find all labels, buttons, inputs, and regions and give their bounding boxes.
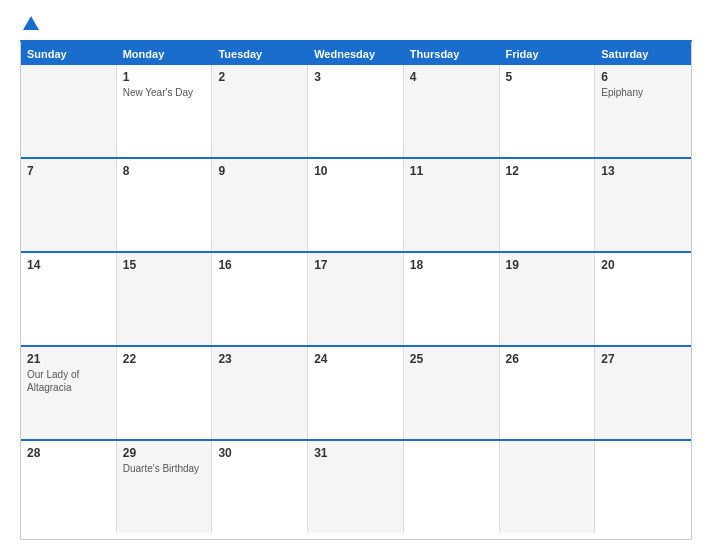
calendar-cell [404, 441, 500, 533]
calendar-cell: 10 [308, 159, 404, 251]
calendar-cell: 11 [404, 159, 500, 251]
calendar-cell: 27 [595, 347, 691, 439]
day-number: 6 [601, 70, 685, 84]
calendar-cell: 8 [117, 159, 213, 251]
day-number: 7 [27, 164, 110, 178]
calendar-header-row: SundayMondayTuesdayWednesdayThursdayFrid… [21, 43, 691, 65]
holiday-label: New Year's Day [123, 87, 193, 98]
calendar-week-row: 1New Year's Day23456Epiphany [21, 65, 691, 159]
day-number: 10 [314, 164, 397, 178]
calendar-cell: 24 [308, 347, 404, 439]
calendar-cell: 14 [21, 253, 117, 345]
calendar-cell: 31 [308, 441, 404, 533]
day-number: 4 [410, 70, 493, 84]
day-number: 26 [506, 352, 589, 366]
day-number: 8 [123, 164, 206, 178]
day-number: 15 [123, 258, 206, 272]
calendar-cell: 23 [212, 347, 308, 439]
calendar-header-cell: Saturday [595, 43, 691, 65]
day-number: 20 [601, 258, 685, 272]
calendar-cell: 26 [500, 347, 596, 439]
day-number: 29 [123, 446, 206, 460]
calendar-cell: 13 [595, 159, 691, 251]
calendar-cell: 6Epiphany [595, 65, 691, 157]
calendar: SundayMondayTuesdayWednesdayThursdayFrid… [20, 40, 692, 540]
calendar-cell: 18 [404, 253, 500, 345]
calendar-header-cell: Thursday [404, 43, 500, 65]
calendar-cell: 20 [595, 253, 691, 345]
day-number: 24 [314, 352, 397, 366]
calendar-cell: 21Our Lady of Altagracia [21, 347, 117, 439]
calendar-cell: 17 [308, 253, 404, 345]
calendar-cell: 5 [500, 65, 596, 157]
calendar-cell [21, 65, 117, 157]
holiday-label: Our Lady of Altagracia [27, 369, 79, 393]
day-number: 3 [314, 70, 397, 84]
logo-triangle-icon [23, 16, 39, 30]
calendar-cell: 9 [212, 159, 308, 251]
day-number: 1 [123, 70, 206, 84]
calendar-cell: 15 [117, 253, 213, 345]
day-number: 2 [218, 70, 301, 84]
day-number: 16 [218, 258, 301, 272]
calendar-cell: 22 [117, 347, 213, 439]
day-number: 9 [218, 164, 301, 178]
day-number: 14 [27, 258, 110, 272]
calendar-header-cell: Friday [500, 43, 596, 65]
calendar-cell [500, 441, 596, 533]
calendar-cell: 19 [500, 253, 596, 345]
header [20, 18, 692, 30]
calendar-week-row: 14151617181920 [21, 253, 691, 347]
calendar-header-cell: Monday [117, 43, 213, 65]
calendar-body: 1New Year's Day23456Epiphany789101112131… [21, 65, 691, 533]
calendar-cell: 2 [212, 65, 308, 157]
day-number: 31 [314, 446, 397, 460]
calendar-cell: 28 [21, 441, 117, 533]
calendar-cell: 1New Year's Day [117, 65, 213, 157]
calendar-week-row: 2829Duarte's Birthday3031 [21, 441, 691, 533]
logo [20, 18, 39, 30]
day-number: 13 [601, 164, 685, 178]
calendar-cell: 12 [500, 159, 596, 251]
calendar-week-row: 21Our Lady of Altagracia222324252627 [21, 347, 691, 441]
calendar-week-row: 78910111213 [21, 159, 691, 253]
calendar-cell: 25 [404, 347, 500, 439]
day-number: 23 [218, 352, 301, 366]
day-number: 21 [27, 352, 110, 366]
calendar-cell: 7 [21, 159, 117, 251]
day-number: 28 [27, 446, 110, 460]
calendar-header-cell: Tuesday [212, 43, 308, 65]
day-number: 30 [218, 446, 301, 460]
day-number: 12 [506, 164, 589, 178]
calendar-cell: 30 [212, 441, 308, 533]
calendar-cell [595, 441, 691, 533]
calendar-header-cell: Sunday [21, 43, 117, 65]
holiday-label: Epiphany [601, 87, 643, 98]
calendar-header-cell: Wednesday [308, 43, 404, 65]
page: SundayMondayTuesdayWednesdayThursdayFrid… [0, 0, 712, 550]
holiday-label: Duarte's Birthday [123, 463, 199, 474]
day-number: 17 [314, 258, 397, 272]
calendar-cell: 3 [308, 65, 404, 157]
day-number: 18 [410, 258, 493, 272]
day-number: 25 [410, 352, 493, 366]
day-number: 11 [410, 164, 493, 178]
calendar-cell: 4 [404, 65, 500, 157]
calendar-cell: 16 [212, 253, 308, 345]
day-number: 22 [123, 352, 206, 366]
day-number: 19 [506, 258, 589, 272]
day-number: 5 [506, 70, 589, 84]
calendar-cell: 29Duarte's Birthday [117, 441, 213, 533]
day-number: 27 [601, 352, 685, 366]
